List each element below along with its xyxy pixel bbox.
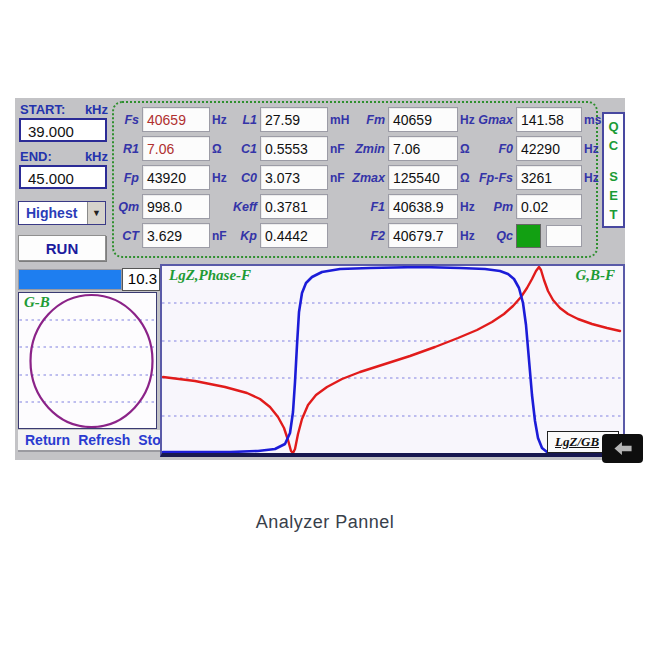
qcset-letter: E <box>609 186 618 205</box>
field-unit-ct: nF <box>210 229 230 243</box>
field-unit-l1: mH <box>328 113 348 127</box>
mode-selected-value: Highest <box>19 205 87 221</box>
field-label-pm: Pm <box>478 200 516 214</box>
chart-title-right: G,B-F <box>575 267 615 284</box>
field-value-fs: 40659 <box>142 107 210 132</box>
field-value-qc <box>516 223 582 248</box>
left-arrow-icon <box>612 441 634 456</box>
sweep-chart-canvas <box>162 266 623 453</box>
image-caption: Analyzer Pannel <box>0 512 650 533</box>
chart-title-left: LgZ,Phase-F <box>169 267 251 284</box>
end-label-text: END: <box>20 149 52 164</box>
gb-plot-title: G-B <box>24 294 50 311</box>
field-unit-zmin: Ω <box>458 142 478 156</box>
field-value-kp: 0.4442 <box>260 223 328 248</box>
field-label-fp: Fp <box>118 171 142 185</box>
field-value-r1: 7.06 <box>142 136 210 161</box>
field-value-fm: 40659 <box>388 107 458 132</box>
qcset-letter: S <box>609 167 618 186</box>
field-label-f2: F2 <box>348 229 388 243</box>
field-value-pm: 0.02 <box>516 194 582 219</box>
field-label-qm: Qm <box>118 200 142 214</box>
field-value-c1: 0.5553 <box>260 136 328 161</box>
field-unit-r1: Ω <box>210 142 230 156</box>
field-label-qc: Qc <box>478 229 516 243</box>
analyzer-panel: START: kHz END: kHz Highest ▼ RUN 10.3 G… <box>15 98 625 460</box>
return-button[interactable]: Return <box>25 432 70 448</box>
field-label-fm: Fm <box>348 113 388 127</box>
field-label-gmax: Gmax <box>478 113 516 127</box>
field-unit-fm: Hz <box>458 113 478 127</box>
field-label-fs: Fs <box>118 113 142 127</box>
qcset-letter: T <box>610 205 618 224</box>
field-value-f2: 40679.7 <box>388 223 458 248</box>
chevron-down-icon[interactable]: ▼ <box>87 202 105 224</box>
field-label-r1: R1 <box>118 142 142 156</box>
field-label-fpfs: Fp-Fs <box>478 171 516 185</box>
start-unit-text: kHz <box>85 102 108 117</box>
field-value-fpfs: 3261 <box>516 165 582 190</box>
field-label-f1: F1 <box>348 200 388 214</box>
footer-buttons: Return Refresh Stop <box>18 430 164 452</box>
field-unit-fp: Hz <box>210 171 230 185</box>
field-value-zmin: 7.06 <box>388 136 458 161</box>
field-label-l1: L1 <box>230 113 260 127</box>
gb-circle-canvas <box>19 293 156 428</box>
field-value-c0: 3.073 <box>260 165 328 190</box>
field-unit-f1: Hz <box>458 200 478 214</box>
qc-set-button[interactable]: Q C S E T <box>602 112 625 228</box>
field-value-f1: 40638.9 <box>388 194 458 219</box>
sweep-chart: LgZ,Phase-F G,B-F LgZ/GB <box>160 264 625 457</box>
field-value-f0: 42290 <box>516 136 582 161</box>
field-value-qm: 998.0 <box>142 194 210 219</box>
field-value-keff: 0.3781 <box>260 194 328 219</box>
field-value-l1: 27.59 <box>260 107 328 132</box>
gb-circle-plot: G-B <box>18 292 157 429</box>
field-unit-c0: nF <box>328 171 348 185</box>
field-value-ct: 3.629 <box>142 223 210 248</box>
measurement-grid: Fs40659HzL127.59mHFm40659HzGmax141.58msR… <box>112 101 598 258</box>
field-label-kp: Kp <box>230 229 260 243</box>
field-unit-gmax: ms <box>582 113 592 127</box>
field-unit-f2: Hz <box>458 229 478 243</box>
field-unit-fs: Hz <box>210 113 230 127</box>
run-button[interactable]: RUN <box>18 235 106 261</box>
field-label-zmax: Zmax <box>348 171 388 185</box>
screenshot-stage: START: kHz END: kHz Highest ▼ RUN 10.3 G… <box>0 0 650 650</box>
field-unit-zmax: Ω <box>458 171 478 185</box>
field-label-keff: Keff <box>230 200 260 214</box>
field-label-f0: F0 <box>478 142 516 156</box>
refresh-button[interactable]: Refresh <box>78 432 130 448</box>
field-unit-c1: nF <box>328 142 348 156</box>
end-label: END: kHz <box>20 149 108 164</box>
field-value-gmax: 141.58 <box>516 107 582 132</box>
mode-select[interactable]: Highest ▼ <box>18 201 106 225</box>
back-arrow-button[interactable] <box>602 434 643 463</box>
field-value-fp: 43920 <box>142 165 210 190</box>
end-unit-text: kHz <box>85 149 108 164</box>
qcset-letter: Q <box>608 117 618 136</box>
field-label-c1: C1 <box>230 142 260 156</box>
start-label-text: START: <box>20 102 65 117</box>
field-value-zmax: 125540 <box>388 165 458 190</box>
start-label: START: kHz <box>20 102 108 117</box>
qc-status-swatch <box>516 224 541 248</box>
qc-extra-box <box>546 225 582 247</box>
end-input[interactable] <box>19 165 107 189</box>
progress-bar <box>18 269 122 290</box>
progress-value: 10.3 <box>122 268 160 291</box>
field-label-c0: C0 <box>230 171 260 185</box>
field-unit-fpfs: Hz <box>582 171 592 185</box>
field-label-zmin: Zmin <box>348 142 388 156</box>
qcset-letter: C <box>609 136 618 155</box>
field-label-ct: CT <box>118 229 142 243</box>
field-unit-f0: Hz <box>582 142 592 156</box>
start-input[interactable] <box>19 118 107 142</box>
